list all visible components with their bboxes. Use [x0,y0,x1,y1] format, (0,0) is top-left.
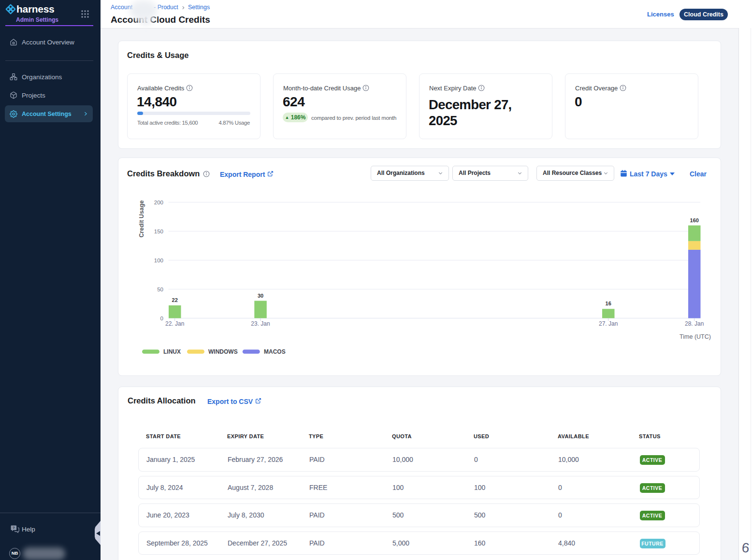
svg-text:100: 100 [154,258,163,263]
svg-text:?: ? [13,526,15,530]
svg-text:LINUX: LINUX [163,348,181,355]
svg-text:200: 200 [154,200,163,205]
svg-text:Time (UTC): Time (UTC) [680,333,711,340]
svg-text:22: 22 [172,297,178,303]
svg-text:30: 30 [258,293,263,299]
svg-text:22. Jan: 22. Jan [165,320,184,327]
svg-text:150: 150 [154,229,163,234]
svg-text:0: 0 [160,316,163,321]
svg-text:16: 16 [606,301,611,306]
svg-text:27. Jan: 27. Jan [599,320,618,327]
svg-text:50: 50 [157,287,163,292]
svg-text:WINDOWS: WINDOWS [208,348,238,355]
svg-text:MACOS: MACOS [264,348,286,355]
svg-text:28. Jan: 28. Jan [685,320,704,327]
svg-text:23. Jan: 23. Jan [251,320,270,327]
svg-text:Credit Usage: Credit Usage [138,200,145,237]
svg-text:160: 160 [690,217,699,223]
